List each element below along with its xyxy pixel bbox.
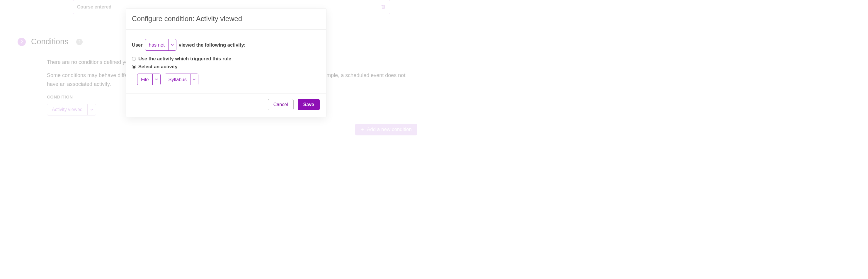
activity-instance-value: Syllabus [165, 74, 190, 85]
sentence-user-label: User [132, 42, 143, 48]
step-title: Conditions [31, 37, 69, 46]
radio-use-trigger-input[interactable] [132, 57, 136, 61]
condition-type-select[interactable]: Activity viewed [47, 104, 96, 116]
radio-select-activity-input[interactable] [132, 65, 136, 69]
chevron-down-icon [190, 74, 198, 85]
chevron-down-icon [88, 109, 96, 111]
modal-body: User has not viewed the following activi… [126, 30, 326, 93]
sentence-suffix: viewed the following activity: [179, 42, 246, 48]
radio-use-trigger-activity[interactable]: Use the activity which triggered this ru… [132, 56, 320, 62]
trash-icon[interactable] [381, 4, 386, 10]
help-icon[interactable]: ? [76, 39, 83, 45]
radio-select-activity[interactable]: Select an activity [132, 64, 320, 69]
modal-footer: Cancel Save [126, 93, 326, 117]
configure-condition-modal: Configure condition: Activity viewed Use… [126, 8, 327, 117]
modal-header: Configure condition: Activity viewed [126, 9, 326, 30]
add-condition-button[interactable]: + Add a new condition [355, 124, 417, 135]
save-button[interactable]: Save [298, 99, 320, 110]
has-not-select[interactable]: has not [145, 39, 177, 51]
chevron-down-icon [153, 74, 160, 85]
step-number-badge: 2 [18, 38, 26, 46]
step-header: 2 Conditions ? [18, 37, 83, 46]
modal-title: Configure condition: Activity viewed [132, 14, 320, 23]
add-condition-label: Add a new condition [367, 127, 412, 132]
radio-use-trigger-label: Use the activity which triggered this ru… [138, 56, 231, 62]
step-number: 2 [21, 39, 23, 44]
has-not-value: has not [145, 39, 168, 51]
course-entered-label: Course entered [77, 4, 111, 10]
cancel-button[interactable]: Cancel [268, 99, 293, 110]
condition-heading: CONDITION [47, 94, 73, 99]
radio-select-activity-label: Select an activity [138, 64, 178, 69]
activity-type-select[interactable]: File [137, 73, 161, 85]
chevron-down-icon [168, 39, 176, 51]
activity-type-value: File [137, 74, 153, 85]
plus-icon: + [361, 127, 364, 132]
condition-type-value: Activity viewed [47, 104, 88, 115]
activity-instance-select[interactable]: Syllabus [165, 73, 198, 85]
